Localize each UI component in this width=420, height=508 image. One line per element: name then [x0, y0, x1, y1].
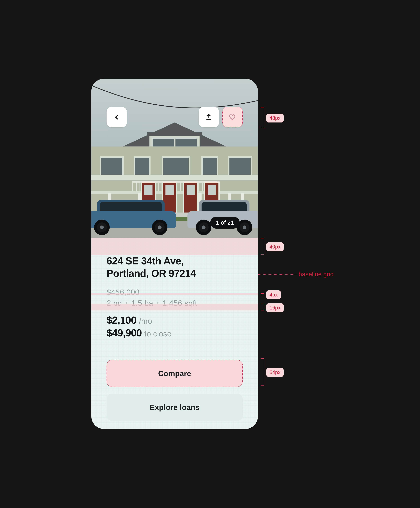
spec-label-40: 40px — [266, 242, 283, 251]
spec-label-baseline: baseline grid — [298, 271, 334, 278]
hero-action-bar — [91, 107, 258, 127]
compare-button[interactable]: Compare — [107, 360, 243, 387]
spec-bracket-4 — [260, 293, 264, 295]
monthly-amount: $2,100 — [107, 314, 136, 326]
spec-bracket-48 — [260, 107, 264, 127]
spec-bracket-16 — [260, 304, 264, 310]
car-foreground-left — [91, 198, 176, 235]
address-line-2: Portland, OR 97214 — [107, 268, 196, 279]
spec-bracket-40 — [260, 238, 264, 255]
spec-leader-baseline — [258, 274, 296, 275]
phone-mock: 1 of 21 624 SE 34th Ave, Portland, OR 97… — [91, 79, 258, 429]
heart-icon — [229, 113, 236, 121]
listing-details: 624 SE 34th Ave, Portland, OR 97214 $456… — [91, 238, 258, 429]
upload-icon — [205, 114, 212, 121]
monthly-payment: $2,100 /mo — [107, 314, 243, 326]
baths: 1.5 ba — [131, 299, 153, 308]
chevron-left-icon — [113, 114, 120, 120]
separator-dot — [157, 302, 159, 304]
spec-label-4: 4px — [266, 290, 281, 299]
listing-facts: 2 bd 1.5 ba 1,456 sqft — [107, 299, 243, 308]
beds: 2 bd — [107, 299, 122, 308]
back-button[interactable] — [107, 107, 127, 127]
favorite-button[interactable] — [222, 107, 243, 127]
explore-loans-button[interactable]: Explore loans — [107, 394, 243, 421]
separator-dot — [126, 302, 127, 304]
spec-label-16: 16px — [266, 303, 283, 312]
address-line-1: 624 SE 34th Ave, — [107, 255, 184, 267]
photo-counter: 1 of 21 — [210, 217, 239, 229]
close-amount: $49,900 — [107, 327, 142, 338]
listing-photo[interactable]: 1 of 21 — [91, 79, 258, 238]
spec-bracket-64 — [260, 359, 264, 386]
share-button[interactable] — [199, 107, 219, 127]
monthly-suffix: /mo — [139, 316, 152, 325]
list-price: $456,000 — [107, 288, 243, 297]
compare-button-label: Compare — [158, 369, 191, 378]
spec-label-48: 48px — [266, 114, 283, 122]
cash-to-close: $49,900 to close — [107, 327, 243, 339]
sqft: 1,456 sqft — [162, 299, 197, 308]
explore-loans-button-label: Explore loans — [150, 403, 200, 412]
listing-address: 624 SE 34th Ave, Portland, OR 97214 — [107, 255, 243, 280]
spec-label-64: 64px — [266, 368, 283, 377]
close-suffix: to close — [144, 329, 172, 338]
